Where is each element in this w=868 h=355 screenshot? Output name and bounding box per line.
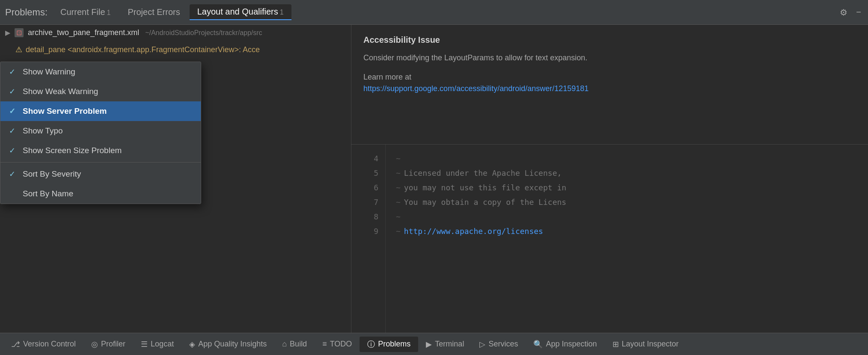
terminal-icon: ▶ [426,340,432,349]
code-content: ~ ~ Licensed under the Apache License, ~… [386,145,868,333]
app-inspection-icon: 🔍 [533,340,543,349]
toolbar-build[interactable]: ⌂ Build [274,337,315,351]
file-row[interactable]: ▶ ⊡ archive_two_pane_fragment.xml ~/Andr… [0,25,351,41]
toolbar-terminal[interactable]: ▶ Terminal [418,337,472,352]
accessibility-title: Accessibility Issue [363,35,856,45]
toolbar-layout-inspector[interactable]: ⊞ Layout Inspector [605,337,687,352]
toolbar-logcat[interactable]: ☰ Logcat [133,337,181,352]
check-show-warning: ✓ [9,67,18,77]
warning-icon: ⚠ [15,45,22,54]
layout-inspector-icon: ⊞ [612,340,619,349]
settings-icon[interactable]: ⚙ [838,6,849,19]
line-num-7: 7 [374,195,378,210]
check-sort-severity: ✓ [9,169,18,179]
menu-item-show-weak-warning[interactable]: ✓ Show Weak Warning [0,82,201,101]
check-show-weak-warning: ✓ [9,87,18,96]
code-line-9: ~ http://www.apache.org/licenses [396,224,858,239]
toolbar-app-inspection[interactable]: 🔍 App Inspection [526,337,604,352]
tab-current-file[interactable]: Current File1 [53,5,118,20]
toolbar-version-control[interactable]: ⎇ Version Control [3,337,83,352]
services-icon: ▷ [479,340,485,349]
right-panel: Accessibility Issue Consider modifying t… [351,25,868,333]
menu-item-show-warning[interactable]: ✓ Show Warning [0,62,201,82]
line-num-8: 8 [374,210,378,224]
todo-icon: ≡ [322,340,327,349]
minimize-icon[interactable]: − [854,6,863,19]
code-line-8: ~ [396,210,858,224]
toolbar-services[interactable]: ▷ Services [472,337,526,352]
code-line-4: ~ [396,151,858,166]
bottom-toolbar: ⎇ Version Control ◎ Profiler ☰ Logcat ◈ … [0,333,868,355]
main-area: ▶ ⊡ archive_two_pane_fragment.xml ~/Andr… [0,25,868,333]
line-num-6: 6 [374,180,378,195]
menu-item-show-server-problem[interactable]: ✓ Show Server Problem [0,101,201,121]
learn-more-label: Learn more at [363,73,856,82]
header-tabs: Problems: Current File1 Project Errors L… [0,0,868,25]
file-path: ~/AndroidStudioProjects/trackr/app/src [145,29,262,37]
logcat-icon: ☰ [141,340,148,349]
build-icon: ⌂ [282,340,287,349]
toolbar-todo[interactable]: ≡ TODO [315,337,360,351]
line-num-9: 9 [374,224,378,239]
app-quality-icon: ◈ [189,340,195,349]
menu-item-show-typo[interactable]: ✓ Show Typo [0,121,201,141]
code-line-5: ~ Licensed under the Apache License, [396,166,858,180]
dropdown-menu: ✓ Show Warning ✓ Show Weak Warning ✓ Sho… [0,62,201,204]
code-line-7: ~ You may obtain a copy of the Licens [396,195,858,210]
line-numbers: 4 5 6 7 8 9 [351,145,386,333]
check-show-typo: ✓ [9,126,18,136]
header-actions: ⚙ − [838,6,863,19]
menu-item-sort-severity[interactable]: ✓ Sort By Severity [0,164,201,184]
toolbar-app-quality[interactable]: ◈ App Quality Insights [181,337,274,352]
tab-layout-qualifiers[interactable]: Layout and Qualifiers1 [190,4,291,20]
problem-row[interactable]: ⚠ detail_pane <androidx.fragment.app.Fra… [0,41,351,59]
learn-more-link[interactable]: https://support.google.com/accessibility… [363,84,589,93]
toolbar-problems[interactable]: ⓘ Problems [360,337,418,352]
left-panel: ▶ ⊡ archive_two_pane_fragment.xml ~/Andr… [0,25,351,333]
problem-text: detail_pane <androidx.fragment.app.Fragm… [26,45,260,54]
tab-project-errors[interactable]: Project Errors [120,5,187,20]
problems-icon: ⓘ [367,339,375,349]
version-control-icon: ⎇ [11,340,20,349]
accessibility-desc: Consider modifying the LayoutParams to a… [363,52,856,64]
tree-arrow-icon: ▶ [5,29,10,37]
line-num-4: 4 [374,151,378,166]
file-name: archive_two_pane_fragment.xml [28,28,139,37]
line-num-5: 5 [374,166,378,180]
menu-item-sort-name[interactable]: Sort By Name [0,184,201,204]
toolbar-profiler[interactable]: ◎ Profiler [83,337,133,352]
menu-separator [0,162,201,163]
check-show-screen-size: ✓ [9,146,18,155]
check-sort-name [9,189,18,198]
menu-item-show-screen-size[interactable]: ✓ Show Screen Size Problem [0,141,201,160]
problems-label: Problems: [5,7,48,18]
xml-badge: ⊡ [15,28,24,37]
check-show-server-problem: ✓ [9,106,18,116]
code-line-6: ~ you may not use this file except in [396,180,858,195]
profiler-icon: ◎ [91,340,98,349]
code-panel: 4 5 6 7 8 9 ~ ~ Licensed under the Apach… [351,145,868,333]
accessibility-panel: Accessibility Issue Consider modifying t… [351,25,868,145]
